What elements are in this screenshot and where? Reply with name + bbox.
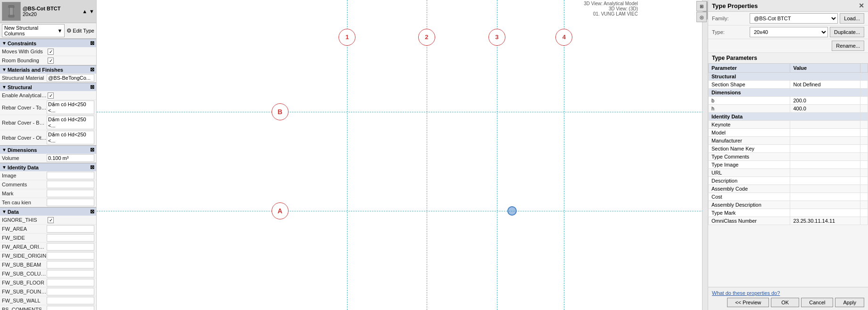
fw-sub-wall-value[interactable] — [47, 297, 94, 304]
table-row-value-8[interactable] — [790, 137, 860, 145]
table-row-param-18: OmniClass Number — [709, 217, 790, 225]
lock-icon-4[interactable] — [860, 105, 868, 113]
lock-icon-7[interactable] — [860, 129, 868, 137]
structural-material-value[interactable]: @BS-BeTongCo... — [47, 74, 94, 82]
table-row-value-15[interactable] — [790, 193, 860, 201]
ignore-this-row: IGNORE_THIS ✓ — [0, 216, 96, 225]
table-row-value-10[interactable] — [790, 153, 860, 161]
what-properties-link[interactable]: What do these properties do? — [712, 290, 864, 296]
lock-icon-17[interactable] — [860, 209, 868, 217]
fw-area-origin-value[interactable] — [47, 243, 94, 251]
type-select[interactable]: 20x40 — [750, 27, 828, 37]
fw-sub-founda-value[interactable] — [47, 288, 94, 295]
materials-arrow: ▼ — [2, 67, 7, 72]
comments-value[interactable] — [47, 181, 94, 188]
bs-comments-value[interactable] — [47, 306, 94, 310]
ignore-this-value[interactable]: ✓ — [47, 216, 94, 224]
scroll-up-btn[interactable]: ▲ — [82, 8, 87, 14]
fw-sub-floor-value[interactable] — [47, 279, 94, 286]
lock-icon-15[interactable] — [860, 193, 868, 201]
scroll-indicator[interactable]: ▼ — [89, 8, 94, 14]
mark-value[interactable] — [47, 190, 94, 197]
data-collapse-icon[interactable]: ⊠ — [90, 209, 94, 215]
rebar-cover-oth-value[interactable]: Dầm có Hd<250 <... — [47, 131, 94, 144]
lock-icon-3[interactable] — [860, 97, 868, 105]
preview-button[interactable]: << Preview — [727, 298, 769, 307]
table-row-value-17[interactable] — [790, 209, 860, 217]
enable-analytical-value[interactable]: ✓ — [47, 92, 94, 99]
identity-data-section-header[interactable]: ▼ Identity Data ⊠ — [0, 163, 96, 171]
table-row-value-14[interactable] — [790, 185, 860, 193]
lock-icon-16[interactable] — [860, 201, 868, 209]
edit-type-button[interactable]: ⚙ Edit Type — [66, 27, 94, 34]
moves-with-grids-checkbox[interactable]: ✓ — [48, 49, 54, 55]
enable-analytical-checkbox[interactable]: ✓ — [48, 92, 54, 99]
duplicate-button[interactable]: Duplicate... — [830, 27, 864, 37]
materials-collapse-icon[interactable]: ⊠ — [90, 67, 94, 73]
fw-sub-column-value[interactable] — [47, 270, 94, 277]
rename-button[interactable]: Rename... — [832, 41, 864, 51]
identity-collapse-icon[interactable]: ⊠ — [90, 164, 94, 170]
table-row-value-12[interactable] — [790, 169, 860, 177]
zoom-nav-icon[interactable]: ⊞ — [696, 1, 707, 11]
viewport-scrollbar-v[interactable] — [702, 0, 708, 310]
type-properties-close-button[interactable]: ✕ — [859, 2, 864, 9]
table-row-value-7[interactable] — [790, 129, 860, 137]
image-value[interactable] — [47, 172, 94, 179]
lock-icon-6[interactable] — [860, 121, 868, 129]
ten-cau-kien-value[interactable] — [47, 199, 94, 206]
viewport[interactable]: 3D View: Analytical Model 3D View: (3D) … — [97, 0, 708, 310]
constraints-section-header[interactable]: ▼ Constraints ⊠ — [0, 39, 96, 47]
view-cube-icon[interactable]: ◎ — [696, 12, 707, 22]
moves-with-grids-value[interactable]: ✓ — [47, 48, 94, 55]
table-row-value-16[interactable] — [790, 201, 860, 209]
table-row-value-6[interactable] — [790, 121, 860, 129]
family-row: Family: @BS-Cot BTCT Load... — [708, 12, 868, 25]
table-row-value-3[interactable]: 200.0 — [790, 97, 860, 105]
grid-line-v-1 — [347, 0, 347, 310]
type-parameters-scroll[interactable]: Parameter Value StructuralSection ShapeN… — [708, 63, 868, 287]
apply-button[interactable]: Apply — [835, 298, 864, 307]
table-row-value-4[interactable]: 400.0 — [790, 105, 860, 113]
room-bounding-value[interactable]: ✓ — [47, 57, 94, 64]
room-bounding-checkbox[interactable]: ✓ — [48, 58, 54, 64]
dimensions-collapse-icon[interactable]: ⊠ — [90, 147, 94, 153]
fw-side-value[interactable] — [47, 234, 94, 242]
family-name-label: @BS-Cot BTCT — [23, 6, 60, 11]
load-button[interactable]: Load... — [840, 13, 864, 24]
fw-area-value[interactable] — [47, 225, 94, 233]
view-nav-buttons[interactable]: ⊞ ◎ — [696, 1, 707, 22]
structural-collapse-icon[interactable]: ⊠ — [90, 84, 94, 90]
table-row-value-11[interactable] — [790, 161, 860, 169]
lock-icon-13[interactable] — [860, 177, 868, 185]
materials-section-header[interactable]: ▼ Materials and Finishes ⊠ — [0, 65, 96, 74]
bs-comments-row: BS_COMMENTS — [0, 305, 96, 310]
constraints-collapse-icon[interactable]: ⊠ — [90, 40, 94, 46]
new-structural-columns-dropdown[interactable]: New Structural Columns ▼ — [2, 24, 65, 37]
family-select[interactable]: @BS-Cot BTCT — [750, 13, 838, 24]
table-row-value-1[interactable]: Not Defined — [790, 81, 860, 89]
image-row: Image — [0, 171, 96, 180]
dimensions-section-header[interactable]: ▼ Dimensions ⊠ — [0, 145, 96, 154]
table-row-value-13[interactable] — [790, 177, 860, 185]
rebar-cover-top-value[interactable]: Dầm có Hd<250 <... — [47, 101, 94, 114]
lock-icon-9[interactable] — [860, 145, 868, 153]
structural-section-header[interactable]: ▼ Structural ⊠ — [0, 83, 96, 91]
rebar-cover-bot-value[interactable]: Dầm có Hd<250 <... — [47, 116, 94, 129]
fw-sub-founda-label: FW_SUB_FOUNDA... — [2, 289, 47, 294]
lock-icon-14[interactable] — [860, 185, 868, 193]
cancel-button[interactable]: Cancel — [801, 298, 833, 307]
data-section-header[interactable]: ▼ Data ⊠ — [0, 207, 96, 216]
lock-icon-11[interactable] — [860, 161, 868, 169]
lock-icon-8[interactable] — [860, 137, 868, 145]
ok-button[interactable]: OK — [771, 298, 799, 307]
ignore-this-checkbox[interactable]: ✓ — [48, 217, 54, 223]
fw-sub-beam-value[interactable] — [47, 261, 94, 268]
lock-icon-12[interactable] — [860, 169, 868, 177]
table-row-value-18[interactable]: 23.25.30.11.14.11 — [790, 217, 860, 225]
lock-icon-1[interactable] — [860, 81, 868, 89]
fw-side-origin-value[interactable] — [47, 252, 94, 260]
table-row-value-9[interactable] — [790, 145, 860, 153]
lock-icon-10[interactable] — [860, 153, 868, 161]
lock-icon-18[interactable] — [860, 217, 868, 225]
